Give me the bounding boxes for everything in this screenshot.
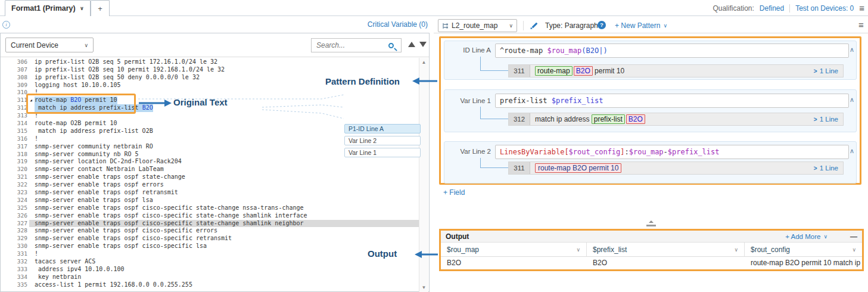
column-header-rout-config[interactable]: $rout_config ∨ [745, 243, 862, 256]
chevron-down-icon: ∨ [576, 247, 580, 253]
info-icon[interactable]: i [2, 21, 10, 29]
device-dropdown[interactable]: Current Device ∨ [5, 38, 94, 52]
config-line-329[interactable]: 329snmp-server enable traps ospf cisco-s… [1, 235, 419, 243]
config-line-322[interactable]: 322snmp-server enable traps ospf errors [1, 181, 419, 189]
config-line-331[interactable]: 331! [1, 250, 419, 258]
match-text: route-map B2O permit 10 [530, 163, 621, 173]
edit-pencil-icon[interactable] [530, 21, 539, 30]
config-line-319[interactable]: 319snmp-server location DC-2nd-Floor-Rac… [1, 158, 419, 166]
match-text: match ip address prefix-listB2O [530, 114, 645, 124]
new-pattern-label: + New Pattern [615, 21, 660, 30]
add-more-button[interactable]: + Add More ∨ [785, 233, 827, 240]
config-line-321[interactable]: 321snmp-server enable traps ospf state-c… [1, 173, 419, 181]
config-line-325[interactable]: 325snmp-server enable traps ospf cisco-s… [1, 204, 419, 212]
new-pattern-button[interactable]: + New Pattern ∨ [615, 21, 667, 30]
pattern-section-id-line-a: ID Line A ^route-map $rou_map(B2O|) ∧ 31… [444, 41, 857, 80]
test-on-devices-link[interactable]: Test on Devices: 0 [795, 4, 854, 13]
output-data-row[interactable]: B2O B2O route-map B2O permit 10 match ip… [441, 257, 862, 269]
pattern-line-indicator-var-line-2[interactable]: Var Line 2 [344, 136, 421, 145]
chevron-right-icon: > [814, 165, 817, 172]
config-line-330[interactable]: 330snmp-server enable traps ospf cisco-s… [1, 243, 419, 250]
help-question-icon[interactable]: ? [598, 21, 606, 29]
tab-format1-label: Format1 (Primary) [11, 4, 76, 13]
chevron-down-icon: ∨ [734, 247, 738, 253]
collapse-icon[interactable]: ∧ [850, 147, 854, 155]
plus-icon: + [98, 4, 102, 13]
chevron-down-icon[interactable]: ∨ [80, 5, 84, 11]
pattern-input-var-line-2[interactable]: LinesByVariable[$rout_config]:$rou_map-$… [495, 145, 849, 159]
line-count-link[interactable]: > 1 Line [814, 164, 843, 172]
tab-format1[interactable]: Format1 (Primary) ∨ [5, 0, 91, 16]
qualification-defined-link[interactable]: Defined [760, 4, 784, 13]
search-input[interactable] [312, 41, 388, 49]
output-header: Output + Add More ∨ — [441, 231, 862, 243]
line-count-link[interactable]: > 1 Line [814, 116, 843, 123]
find-previous-button[interactable] [408, 42, 415, 47]
output-cell-rou-map: B2O [441, 259, 587, 267]
add-field-link[interactable]: + Field [443, 188, 465, 197]
output-cell-prefix-list: B2O [587, 259, 745, 267]
pattern-section-var-line-1: Var Line 1 prefix-list $prefix_list ∧ 31… [444, 89, 857, 132]
match-text: route-mapB2O permit 10 [530, 66, 624, 76]
chevron-down-icon: ∨ [852, 247, 856, 253]
search-icon[interactable] [388, 43, 394, 48]
match-line-number: 312 [509, 113, 530, 125]
section-label: Var Line 1 [448, 97, 491, 104]
config-panel: Current Device ∨ 305!306ip prefix-list O… [0, 33, 430, 292]
chevron-down-icon: ∨ [823, 234, 827, 240]
pattern-line-indicator-var-line-1[interactable]: Var Line 1 [344, 148, 421, 157]
pattern-input-var-line-1[interactable]: prefix-list $prefix_list [495, 94, 849, 108]
vertical-scrollbar[interactable]: ▲ ▼ [419, 58, 428, 292]
pattern-dropdown[interactable]: L2_route_map ∨ [438, 19, 517, 32]
connector-line [480, 158, 508, 168]
chevron-right-icon: > [814, 68, 817, 74]
collapse-icon[interactable]: ∧ [850, 46, 854, 54]
annotation-output: Output [368, 248, 397, 259]
pattern-dropdown-value: L2_route_map [452, 21, 497, 30]
config-line-327[interactable]: 327snmp-server enable traps ospf cisco-s… [1, 220, 419, 228]
config-line-326[interactable]: 326snmp-server enable traps ospf cisco-s… [1, 212, 419, 220]
config-line-332[interactable]: 332tacacs server ACS [1, 258, 419, 266]
column-header-rou-map[interactable]: $rou_map ∨ [441, 243, 587, 256]
collapse-icon[interactable]: ∧ [850, 96, 854, 104]
config-line-335[interactable]: 335access-list 1 permit 192.168.0.0 0.0.… [1, 281, 419, 289]
scroll-down-icon[interactable]: ▼ [419, 285, 428, 290]
config-text-area[interactable]: 305!306ip prefix-list O2B seq 5 permit 1… [1, 51, 419, 292]
pattern-section-var-line-2: Var Line 2 LinesByVariable[$rout_config]… [444, 141, 857, 184]
panel-splitter-handle[interactable] [646, 225, 656, 226]
pattern-input-id-line-a[interactable]: ^route-map $rou_map(B2O|) [495, 44, 849, 58]
add-tab-button[interactable]: + [91, 0, 110, 16]
line-count-link[interactable]: > 1 Line [814, 67, 843, 74]
find-next-button[interactable] [419, 42, 427, 47]
pattern-icon [442, 23, 449, 29]
device-dropdown-value: Current Device [11, 41, 58, 49]
config-line-323[interactable]: 323snmp-server enable traps ospf retrans… [1, 189, 419, 197]
menu-icon[interactable]: ≡ [858, 20, 864, 30]
match-line-number: 311 [509, 65, 530, 77]
sub-header: i Critical Variable (0) L2_route_map ∨ T… [0, 16, 868, 33]
config-line-333[interactable]: 333 address ipv4 10.10.0.100 [1, 266, 419, 274]
config-line-328[interactable]: 328snmp-server enable traps ospf cisco-s… [1, 227, 419, 235]
config-toolbar: Current Device ∨ [1, 33, 429, 57]
section-label: ID Line A [448, 46, 491, 54]
column-header-prefix-list[interactable]: $prefix_list ∨ [587, 243, 745, 256]
topbar-right: Qualification: Defined Test on Devices: … [713, 0, 864, 16]
pattern-line-indicator-id-line-a[interactable]: P1-ID Line A [344, 124, 421, 133]
config-line-307[interactable]: 307ip prefix-list O2B seq 10 permit 192.… [1, 66, 419, 74]
minimize-icon[interactable]: — [850, 232, 857, 241]
match-result-row[interactable]: 311 route-mapB2O permit 10 > 1 Line [508, 64, 844, 77]
config-line-324[interactable]: 324snmp-server enable traps ospf lsa [1, 197, 419, 204]
splitter-collapse-icon[interactable] [649, 220, 654, 223]
config-line-334[interactable]: 334 key netbrain [1, 274, 419, 281]
config-line-320[interactable]: 320snmp-server contact Netbrain LabTeam [1, 166, 419, 173]
connector-line [480, 57, 508, 71]
match-line-number: 311 [509, 162, 530, 174]
match-result-row[interactable]: 312 match ip address prefix-listB2O > 1 … [508, 113, 844, 126]
config-line-306[interactable]: 306ip prefix-list O2B seq 5 permit 172.1… [1, 58, 419, 66]
search-box [311, 38, 402, 52]
critical-variable-link[interactable]: Critical Variable (0) [351, 20, 428, 29]
match-result-row[interactable]: 311 route-map B2O permit 10 > 1 Line [508, 161, 844, 175]
scroll-up-icon[interactable]: ▲ [419, 60, 428, 65]
annotation-original-text: Original Text [173, 97, 228, 107]
menu-icon[interactable]: ≡ [859, 4, 864, 13]
